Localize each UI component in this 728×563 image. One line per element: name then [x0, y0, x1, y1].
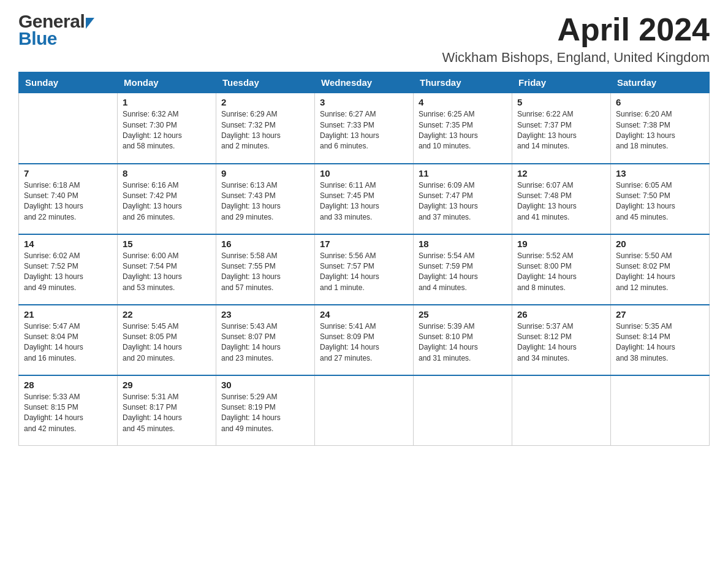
calendar-cell [19, 93, 118, 164]
calendar-cell [512, 375, 611, 446]
column-header-tuesday: Tuesday [216, 72, 315, 93]
day-number: 26 [517, 309, 605, 320]
day-number: 3 [320, 97, 408, 107]
week-row-4: 21Sunrise: 5:47 AMSunset: 8:04 PMDayligh… [19, 305, 710, 375]
calendar-cell [611, 375, 710, 446]
day-info: Sunrise: 6:22 AMSunset: 7:37 PMDaylight:… [517, 109, 605, 152]
day-info: Sunrise: 6:18 AMSunset: 7:40 PMDaylight:… [24, 180, 112, 223]
day-info: Sunrise: 6:00 AMSunset: 7:54 PMDaylight:… [123, 251, 211, 294]
column-header-wednesday: Wednesday [315, 72, 414, 93]
calendar-cell: 11Sunrise: 6:09 AMSunset: 7:47 PMDayligh… [414, 164, 512, 234]
calendar-cell: 25Sunrise: 5:39 AMSunset: 8:10 PMDayligh… [414, 305, 512, 375]
day-info: Sunrise: 5:29 AMSunset: 8:19 PMDaylight:… [221, 392, 309, 435]
month-title: April 2024 [442, 12, 710, 47]
day-number: 21 [24, 309, 112, 320]
column-header-saturday: Saturday [611, 72, 710, 93]
calendar-cell: 27Sunrise: 5:35 AMSunset: 8:14 PMDayligh… [611, 305, 710, 375]
day-info: Sunrise: 5:58 AMSunset: 7:55 PMDaylight:… [221, 251, 309, 294]
calendar-cell [414, 375, 512, 446]
title-block: April 2024 Wickham Bishops, England, Uni… [442, 12, 710, 66]
column-header-friday: Friday [512, 72, 611, 93]
day-info: Sunrise: 5:56 AMSunset: 7:57 PMDaylight:… [320, 251, 408, 294]
day-info: Sunrise: 6:07 AMSunset: 7:48 PMDaylight:… [517, 180, 605, 223]
calendar-cell: 29Sunrise: 5:31 AMSunset: 8:17 PMDayligh… [118, 375, 216, 446]
day-number: 4 [419, 97, 507, 107]
day-number: 30 [221, 380, 309, 390]
day-number: 10 [320, 168, 408, 178]
day-number: 27 [616, 309, 704, 320]
location-title: Wickham Bishops, England, United Kingdom [442, 50, 710, 66]
calendar-cell: 4Sunrise: 6:25 AMSunset: 7:35 PMDaylight… [414, 93, 512, 164]
calendar-cell: 10Sunrise: 6:11 AMSunset: 7:45 PMDayligh… [315, 164, 414, 234]
calendar-cell [315, 375, 414, 446]
day-number: 7 [24, 168, 112, 178]
day-info: Sunrise: 6:02 AMSunset: 7:52 PMDaylight:… [24, 251, 112, 294]
day-info: Sunrise: 6:09 AMSunset: 7:47 PMDaylight:… [419, 180, 507, 223]
calendar-cell: 16Sunrise: 5:58 AMSunset: 7:55 PMDayligh… [216, 234, 315, 305]
calendar-cell: 26Sunrise: 5:37 AMSunset: 8:12 PMDayligh… [512, 305, 611, 375]
day-number: 13 [616, 168, 704, 178]
calendar-cell: 1Sunrise: 6:32 AMSunset: 7:30 PMDaylight… [118, 93, 216, 164]
calendar-cell: 20Sunrise: 5:50 AMSunset: 8:02 PMDayligh… [611, 234, 710, 305]
day-info: Sunrise: 5:47 AMSunset: 8:04 PMDaylight:… [24, 321, 112, 364]
day-info: Sunrise: 5:52 AMSunset: 8:00 PMDaylight:… [517, 251, 605, 294]
calendar-cell: 8Sunrise: 6:16 AMSunset: 7:42 PMDaylight… [118, 164, 216, 234]
day-number: 5 [517, 97, 605, 107]
day-number: 16 [221, 239, 309, 249]
calendar-cell: 18Sunrise: 5:54 AMSunset: 7:59 PMDayligh… [414, 234, 512, 305]
day-info: Sunrise: 6:05 AMSunset: 7:50 PMDaylight:… [616, 180, 704, 223]
calendar-cell: 7Sunrise: 6:18 AMSunset: 7:40 PMDaylight… [19, 164, 118, 234]
week-row-3: 14Sunrise: 6:02 AMSunset: 7:52 PMDayligh… [19, 234, 710, 305]
calendar-cell: 22Sunrise: 5:45 AMSunset: 8:05 PMDayligh… [118, 305, 216, 375]
calendar-cell: 19Sunrise: 5:52 AMSunset: 8:00 PMDayligh… [512, 234, 611, 305]
logo-arrow-icon [86, 18, 94, 29]
calendar-cell: 28Sunrise: 5:33 AMSunset: 8:15 PMDayligh… [19, 375, 118, 446]
day-info: Sunrise: 5:33 AMSunset: 8:15 PMDaylight:… [24, 392, 112, 435]
calendar-cell: 13Sunrise: 6:05 AMSunset: 7:50 PMDayligh… [611, 164, 710, 234]
logo-blue-text: Blue [18, 29, 57, 48]
day-number: 9 [221, 168, 309, 178]
page-header: General Blue April 2024 Wickham Bishops,… [18, 12, 710, 66]
calendar-cell: 24Sunrise: 5:41 AMSunset: 8:09 PMDayligh… [315, 305, 414, 375]
calendar-cell: 5Sunrise: 6:22 AMSunset: 7:37 PMDaylight… [512, 93, 611, 164]
day-info: Sunrise: 5:31 AMSunset: 8:17 PMDaylight:… [123, 392, 211, 435]
week-row-5: 28Sunrise: 5:33 AMSunset: 8:15 PMDayligh… [19, 375, 710, 446]
day-number: 18 [419, 239, 507, 249]
day-info: Sunrise: 5:54 AMSunset: 7:59 PMDaylight:… [419, 251, 507, 294]
logo: General Blue [18, 12, 94, 48]
day-info: Sunrise: 6:29 AMSunset: 7:32 PMDaylight:… [221, 109, 309, 152]
calendar-cell: 12Sunrise: 6:07 AMSunset: 7:48 PMDayligh… [512, 164, 611, 234]
day-number: 25 [419, 309, 507, 320]
day-info: Sunrise: 6:25 AMSunset: 7:35 PMDaylight:… [419, 109, 507, 152]
day-info: Sunrise: 5:43 AMSunset: 8:07 PMDaylight:… [221, 321, 309, 364]
calendar-header: SundayMondayTuesdayWednesdayThursdayFrid… [19, 72, 710, 93]
day-info: Sunrise: 6:16 AMSunset: 7:42 PMDaylight:… [123, 180, 211, 223]
week-row-2: 7Sunrise: 6:18 AMSunset: 7:40 PMDaylight… [19, 164, 710, 234]
day-number: 29 [123, 380, 211, 390]
day-info: Sunrise: 6:11 AMSunset: 7:45 PMDaylight:… [320, 180, 408, 223]
day-number: 8 [123, 168, 211, 178]
day-number: 2 [221, 97, 309, 107]
day-number: 20 [616, 239, 704, 249]
calendar-cell: 17Sunrise: 5:56 AMSunset: 7:57 PMDayligh… [315, 234, 414, 305]
calendar-cell: 15Sunrise: 6:00 AMSunset: 7:54 PMDayligh… [118, 234, 216, 305]
week-row-1: 1Sunrise: 6:32 AMSunset: 7:30 PMDaylight… [19, 93, 710, 164]
day-info: Sunrise: 5:35 AMSunset: 8:14 PMDaylight:… [616, 321, 704, 364]
day-info: Sunrise: 5:41 AMSunset: 8:09 PMDaylight:… [320, 321, 408, 364]
day-info: Sunrise: 6:27 AMSunset: 7:33 PMDaylight:… [320, 109, 408, 152]
day-info: Sunrise: 5:50 AMSunset: 8:02 PMDaylight:… [616, 251, 704, 294]
day-number: 22 [123, 309, 211, 320]
day-number: 19 [517, 239, 605, 249]
calendar-cell: 14Sunrise: 6:02 AMSunset: 7:52 PMDayligh… [19, 234, 118, 305]
day-number: 14 [24, 239, 112, 249]
day-info: Sunrise: 5:39 AMSunset: 8:10 PMDaylight:… [419, 321, 507, 364]
calendar-cell: 23Sunrise: 5:43 AMSunset: 8:07 PMDayligh… [216, 305, 315, 375]
column-header-sunday: Sunday [19, 72, 118, 93]
day-info: Sunrise: 6:20 AMSunset: 7:38 PMDaylight:… [616, 109, 704, 152]
calendar-cell: 9Sunrise: 6:13 AMSunset: 7:43 PMDaylight… [216, 164, 315, 234]
header-row: SundayMondayTuesdayWednesdayThursdayFrid… [19, 72, 710, 93]
day-number: 11 [419, 168, 507, 178]
day-number: 17 [320, 239, 408, 249]
calendar-cell: 2Sunrise: 6:29 AMSunset: 7:32 PMDaylight… [216, 93, 315, 164]
day-number: 12 [517, 168, 605, 178]
